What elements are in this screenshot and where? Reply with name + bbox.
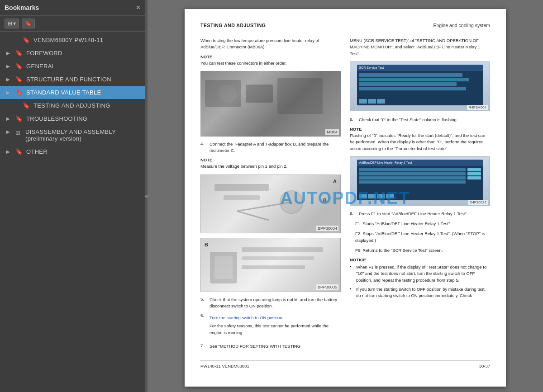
pdf-header: TESTING AND ADJUSTING Engine and cooling… [200, 23, 490, 31]
sidebar-header: Bookmarks × [0, 0, 145, 16]
bookmark-icon: 🔖 [23, 102, 30, 109]
img-right1-code: R4F1M664 [467, 105, 488, 110]
bookmark-grid-icon: ⊞ [15, 129, 22, 136]
chevron-right-icon: ▶ [6, 129, 12, 134]
note2-text: Measure the voltage between pin 1 and pi… [200, 163, 341, 170]
img-right2-code: D4F30022 [468, 200, 488, 205]
chevron-right-icon: ▶ [6, 116, 12, 121]
bookmark-icon: 🔖 [15, 115, 23, 122]
pdf-footer-left: PW148-11 VENBM68001 [200, 364, 249, 368]
notice-bullet1-text: When F1 is pressed, if the display of "T… [356, 264, 490, 283]
img2-label-b: B [323, 198, 327, 203]
dropdown-arrow-icon: ▾ [13, 20, 16, 27]
f1-text: F1: Starts "AdBlue/DEF Line Heater Relay… [355, 221, 490, 227]
img3-label-b: B [205, 242, 208, 247]
image-right-2: AdBlue/DEF Line Heater Relay 1 Test [350, 156, 490, 206]
step8-text: Check that "0" in the "Test State" colum… [359, 117, 457, 123]
step5-num: 5. [200, 297, 208, 310]
notice-bullet-1: • When F1 is pressed, if the display of … [350, 264, 490, 283]
svg-rect-10 [214, 256, 233, 279]
step5: 5. Check that the system operating lamp … [200, 297, 341, 310]
step6-num: 6. [200, 313, 208, 340]
sidebar-item-disassembly[interactable]: ▶ ⊞ DISASSEMBLY AND ASSEMBLY (preliminar… [0, 125, 145, 145]
bookmark-add-button[interactable]: 🔖 [22, 19, 35, 28]
svg-rect-5 [224, 195, 260, 200]
step8-num: 8. [350, 117, 357, 123]
right-col-text: MENU (SCR SERVICE TEST)" of "SETTING AND… [350, 38, 490, 57]
sidebar-item-other[interactable]: ▶ 🔖 OTHER [0, 145, 145, 158]
chevron-right-icon: ▶ [6, 90, 12, 95]
sidebar-item-foreword[interactable]: ▶ 🔖 FOREWORD [0, 47, 145, 60]
step9-text: Press F1 to start "AdBlue/DEF Line Heate… [359, 211, 467, 217]
sidebar-item-label: DISASSEMBLY AND ASSEMBLY (preliminary ve… [25, 128, 116, 142]
image-bpp30035: B BPP30035 [200, 238, 341, 292]
note3-text: Flashing of "0" indicates "Ready for the… [350, 132, 490, 152]
bookmark-icon: 🔖 [25, 20, 32, 27]
step4: 4. Connect the T-adapter A and T-adapter… [200, 141, 341, 154]
bookmark-icon: 🔖 [15, 89, 23, 96]
main-content: AUTOPDF.NET TESTING AND ADJUSTING Engine… [148, 0, 543, 392]
step4-text: Connect the T-adapter A and T-adapter bo… [210, 141, 341, 154]
bookmark-icon: 🔖 [15, 76, 23, 83]
img-placeholder-2: A B BPP30034 [200, 175, 341, 233]
bookmark-icon: 🔖 [15, 63, 23, 70]
sidebar-item-general[interactable]: ▶ 🔖 GENERAL [0, 60, 145, 73]
note1-text: You can test these connectors in either … [200, 60, 341, 66]
pdf-header-right: Engine and cooling system [433, 23, 491, 28]
f5-text: F5: Returns to the "SCR Service Test" sc… [355, 247, 490, 254]
note1-label: NOTE [200, 54, 341, 59]
step8: 8. Check that "0" in the "Test State" co… [350, 117, 490, 123]
step6: 6. Turn the starting switch to ON positi… [200, 313, 341, 340]
sidebar-item-standard[interactable]: ▶ 🔖 STANDARD VALUE TABLE [0, 86, 145, 99]
pdf-right-column: MENU (SCR SERVICE TEST)" of "SETTING AND… [350, 38, 490, 353]
img2-label-a: A [333, 179, 337, 184]
sidebar-item-label: TROUBLESHOOTING [26, 115, 87, 122]
chevron-right-icon: ▶ [6, 64, 12, 69]
pdf-header-left: TESTING AND ADJUSTING [200, 23, 266, 28]
img-placeholder-1: MB04 [200, 71, 341, 137]
sidebar-toolbar: ⊞ ▾ 🔖 [0, 16, 145, 32]
img1-label: MB04 [325, 129, 339, 135]
bookmark-icon: 🔖 [15, 148, 23, 155]
intro-text: When testing the low temperature pressur… [200, 38, 341, 51]
step5-text: Check that the system operating lamp is … [210, 297, 341, 310]
sidebar-title: Bookmarks [5, 4, 39, 11]
img2-label: BPP30034 [316, 226, 338, 231]
svg-point-1 [219, 85, 237, 103]
pdf-footer-right: 30-37 [479, 364, 490, 368]
sidebar-item-structure[interactable]: ▶ 🔖 STRUCTURE AND FUNCTION [0, 73, 145, 86]
note2-label: NOTE [200, 157, 341, 162]
bullet-dot: • [350, 286, 353, 299]
svg-rect-2 [246, 85, 273, 103]
step4-num: 4. [200, 141, 208, 154]
svg-rect-11 [242, 247, 323, 252]
svg-rect-12 [242, 256, 314, 260]
notice-label: NOTICE [350, 257, 490, 262]
img3-label: BPP30035 [316, 284, 338, 290]
image-mb04: MB04 [200, 71, 341, 137]
chevron-right-icon: ▶ [6, 77, 12, 82]
step6-note: For the safety reasons, this test cannot… [210, 323, 341, 336]
step9: 9. Press F1 to start "AdBlue/DEF Line He… [350, 211, 490, 217]
sidebar: Bookmarks × ⊞ ▾ 🔖 🔖 VENBM6800Y PW148-11 … [0, 0, 145, 392]
pdf-page: AUTOPDF.NET TESTING AND ADJUSTING Engine… [185, 9, 506, 387]
svg-rect-3 [277, 78, 323, 114]
sidebar-item-label: TESTING AND ADJUSTING [33, 102, 110, 109]
close-button[interactable]: × [136, 4, 140, 12]
sidebar-item-venbm[interactable]: 🔖 VENBM6800Y PW148-11 [0, 33, 145, 47]
f2-text: F2: Stops "AdBlue/DEF Line Heater Relay … [355, 231, 490, 244]
sidebar-item-label: STANDARD VALUE TABLE [26, 89, 101, 96]
step7-num: 7. [200, 343, 208, 349]
svg-rect-13 [242, 265, 305, 269]
pdf-left-column: When testing the low temperature pressur… [200, 38, 341, 353]
sidebar-item-testing[interactable]: 🔖 TESTING AND ADJUSTING [0, 99, 145, 112]
pdf-footer: PW148-11 VENBM68001 30-37 [200, 360, 490, 368]
view-options-button[interactable]: ⊞ ▾ [5, 19, 19, 28]
sidebar-item-label: FOREWORD [26, 50, 62, 57]
sidebar-item-troubleshooting[interactable]: ▶ 🔖 TROUBLESHOOTING [0, 112, 145, 125]
img-placeholder-3: B BPP30035 [200, 238, 341, 292]
sidebar-item-label: GENERAL [26, 63, 55, 70]
notice-bullet-2: • If you turn the starting switch to OFF… [350, 286, 490, 299]
svg-rect-4 [214, 184, 269, 191]
chevron-right-icon: ▶ [6, 149, 12, 154]
